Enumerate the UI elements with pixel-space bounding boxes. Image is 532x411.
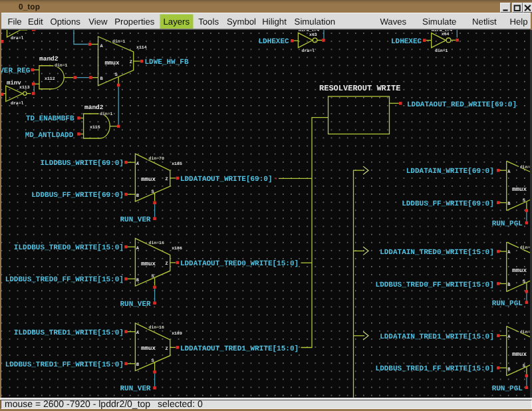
svg-text:din=1: din=1 [112, 39, 126, 44]
svg-text:RUN_PGL: RUN_PGL [492, 300, 523, 308]
svg-text:x114: x114 [136, 45, 147, 51]
svg-text:A: A [507, 250, 511, 255]
svg-text:din=1: din=1 [100, 111, 113, 116]
svg-text:A: A [507, 335, 511, 340]
svg-text:Properties: Properties [114, 17, 155, 27]
svg-text:x64: x64 [442, 32, 450, 37]
svg-text:B: B [136, 193, 140, 198]
svg-text:LDDBUS_TRED1_FF_WRITE[15:0]: LDDBUS_TRED1_FF_WRITE[15:0] [376, 365, 494, 373]
svg-text:B: B [136, 277, 140, 283]
svg-text:A: A [136, 161, 140, 166]
svg-text:LDDATAOUT_TRED1_WRITE[15:0]: LDDATAOUT_TRED1_WRITE[15:0] [180, 345, 299, 353]
svg-text:x113: x113 [19, 85, 30, 90]
svg-text:File: File [7, 17, 21, 27]
svg-text:Z: Z [130, 60, 132, 65]
svg-text:MD_ANTLDADD: MD_ANTLDADD [25, 132, 74, 140]
svg-text:A: A [507, 169, 511, 174]
svg-text:RUN_VER: RUN_VER [120, 385, 151, 393]
svg-text:Simulate: Simulate [422, 17, 456, 27]
svg-text:din=1: din=1 [55, 63, 68, 68]
svg-text:Tools: Tools [198, 17, 219, 27]
svg-text:din=70: din=70 [149, 156, 165, 161]
svg-text:x115: x115 [90, 124, 100, 130]
svg-text:VER_REG: VER_REG [1, 67, 31, 75]
svg-text:mand2: mand2 [84, 104, 104, 111]
svg-text:Symbol: Symbol [227, 17, 256, 27]
svg-text:TD_ENABMBFB: TD_ENABMBFB [26, 115, 74, 123]
svg-text:dra=l: dra=l [11, 35, 24, 41]
svg-text:LDDATAIN_TRED0_WRITE[15:0]: LDDATAIN_TRED0_WRITE[15:0] [380, 249, 494, 257]
svg-text:S: S [523, 279, 525, 285]
svg-text:mmux: mmux [141, 176, 156, 183]
svg-text:Hilight: Hilight [262, 17, 287, 27]
svg-text:Layers: Layers [164, 17, 190, 27]
svg-text:LDDBUS_TRED0_FF_WRITE[15:0]: LDDBUS_TRED0_FF_WRITE[15:0] [5, 276, 124, 284]
svg-text:mouse = 2600 -7920 - lpddr2/0_: mouse = 2600 -7920 - lpddr2/0_top select… [5, 400, 203, 409]
svg-text:mmux: mmux [141, 344, 156, 352]
svg-text:ILDDBUS_TRED1_WRITE[15:0]: ILDDBUS_TRED1_WRITE[15:0] [14, 329, 124, 337]
svg-text:din=16: din=16 [149, 240, 165, 245]
svg-text:mmux: mmux [105, 59, 120, 67]
svg-text:Options: Options [50, 17, 80, 27]
svg-text:Z: Z [166, 177, 168, 182]
svg-text:ILDDBUS_TRED0_WRITE[15:0]: ILDDBUS_TRED0_WRITE[15:0] [14, 244, 124, 252]
svg-text:mmux: mmux [512, 186, 527, 193]
svg-text:x112: x112 [45, 76, 55, 81]
svg-text:x189: x189 [172, 331, 182, 336]
svg-text:mmux: mmux [512, 267, 527, 274]
svg-text:ILDDBUS_WRITE[69:0]: ILDDBUS_WRITE[69:0] [40, 160, 123, 168]
svg-text:LDDBUS_TRED0_FF_WRITE[15:0]: LDDBUS_TRED0_FF_WRITE[15:0] [376, 281, 494, 289]
svg-text:Edit: Edit [28, 17, 43, 27]
svg-text:S: S [115, 72, 118, 77]
svg-text:LDDATAOUT_WRITE[69:0]: LDDATAOUT_WRITE[69:0] [180, 176, 273, 184]
svg-text:LDDBUS_TRED1_FF_WRITE[15:0]: LDDBUS_TRED1_FF_WRITE[15:0] [5, 361, 124, 369]
svg-text:din=16: din=16 [149, 325, 165, 331]
svg-text:RUN_PGL: RUN_PGL [492, 385, 523, 393]
svg-text:LDHEXEC: LDHEXEC [391, 38, 422, 46]
svg-text:B: B [507, 282, 511, 287]
svg-text:Netlist: Netlist [472, 17, 497, 27]
svg-text:LDDATAOUT_RED_WRITE[69:0]: LDDATAOUT_RED_WRITE[69:0] [407, 101, 517, 109]
svg-text:RESOLVEROUT WRITE: RESOLVEROUT WRITE [319, 84, 400, 93]
svg-text:A: A [136, 245, 140, 251]
svg-text:mand2: mand2 [39, 55, 59, 63]
svg-text:RUN_VER: RUN_VER [120, 301, 151, 309]
svg-text:Z: Z [166, 346, 168, 351]
svg-text:S: S [152, 189, 154, 194]
svg-text:View: View [88, 17, 108, 27]
svg-text:dra=l: dra=l [11, 100, 24, 106]
svg-text:LDDATAOUT_TRED0_WRITE[15:0]: LDDATAOUT_TRED0_WRITE[15:0] [180, 260, 299, 268]
svg-text:Waves: Waves [380, 17, 406, 27]
svg-text:mmux: mmux [512, 350, 527, 358]
svg-text:A: A [136, 331, 140, 336]
svg-text:RUN_VER: RUN_VER [120, 216, 151, 224]
svg-text:S: S [152, 358, 154, 364]
svg-text:B: B [136, 362, 140, 368]
svg-text:mmux: mmux [141, 260, 156, 267]
svg-text:LDDATAIN_WRITE[69:0]: LDDATAIN_WRITE[69:0] [406, 168, 494, 176]
svg-text:Z: Z [166, 261, 168, 267]
svg-text:din=1: din=1 [435, 49, 448, 54]
svg-text:Simulation: Simulation [295, 17, 336, 27]
svg-text:S: S [523, 198, 525, 204]
svg-text:x63: x63 [309, 32, 317, 37]
svg-text:A: A [100, 43, 104, 49]
svg-text:B: B [100, 76, 104, 81]
svg-text:S: S [152, 273, 154, 279]
svg-text:RUN_PGL: RUN_PGL [492, 220, 523, 228]
svg-text:B: B [507, 366, 511, 372]
svg-text:dra=l: dra=l [302, 48, 315, 53]
svg-text:LDWE_HW_FB: LDWE_HW_FB [145, 59, 189, 67]
svg-text:LDDBUS_FF_WRITE[69:0]: LDDBUS_FF_WRITE[69:0] [402, 200, 494, 208]
svg-text:LDDATAIN_TRED1_WRITE[15:0]: LDDATAIN_TRED1_WRITE[15:0] [380, 333, 494, 341]
svg-text:x186: x186 [172, 246, 182, 251]
svg-text:LDDBUS_FF_WRITE[69:0]: LDDBUS_FF_WRITE[69:0] [31, 192, 124, 200]
svg-text:Help: Help [509, 17, 527, 27]
svg-text:S: S [523, 363, 525, 368]
svg-text:x185: x185 [172, 162, 182, 167]
svg-text:B: B [507, 202, 511, 207]
svg-text:LDHEXEC: LDHEXEC [258, 38, 289, 46]
svg-text:0_top: 0_top [19, 2, 40, 11]
